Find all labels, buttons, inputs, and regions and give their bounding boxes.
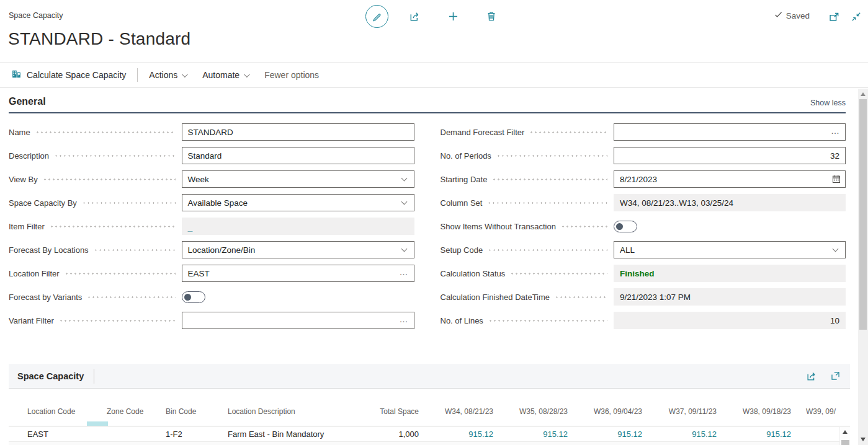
starting-date-input[interactable]: 8/21/2023	[614, 170, 846, 188]
edit-button[interactable]	[365, 5, 388, 28]
space-capacity-by-label: Space Capacity By	[9, 198, 77, 208]
cell-w35-08-28-23[interactable]: 915.12	[502, 426, 576, 441]
view-by-value: Week	[188, 175, 209, 184]
table-row[interactable]: EAST1-F2Farm East - Bin Mandatory1,00091…	[9, 426, 850, 442]
field-row-setup-code: Setup CodeALL	[441, 238, 846, 262]
page-scrollbar[interactable]	[858, 89, 868, 445]
column-header-w37-09-11-23[interactable]: W37, 09/11/23	[651, 389, 725, 426]
field-row-space-capacity-by: Space Capacity ByAvailable Space	[9, 191, 414, 214]
dotted-leader	[59, 320, 176, 322]
no-of-periods-input[interactable]	[614, 147, 846, 164]
save-status: Saved	[774, 10, 810, 21]
toggle-knob	[184, 294, 191, 301]
general-section: General Show less NameDescriptionView By…	[9, 96, 846, 332]
forecast-by-locations-value: Location/Zone/Bin	[188, 245, 256, 255]
item-filter-value[interactable]: _	[188, 222, 193, 232]
view-by-select[interactable]: Week	[182, 170, 414, 188]
dotted-leader	[35, 131, 176, 133]
table-share-button[interactable]	[804, 369, 819, 384]
dotted-leader	[510, 273, 607, 275]
ellipsis-lookup-icon[interactable]: …	[831, 126, 840, 136]
automate-menu[interactable]: Automate	[202, 70, 248, 80]
collapse-icon	[851, 11, 862, 22]
column-header-w35-08-28-23[interactable]: W35, 08/28/23	[502, 389, 576, 426]
show-less-link[interactable]: Show less	[810, 99, 846, 107]
forecast-by-variants-toggle[interactable]	[182, 291, 205, 303]
chevron-down-icon	[401, 175, 407, 181]
cell-location-description: Farm East - Bin Mandatory	[223, 426, 362, 441]
dotted-leader	[94, 249, 176, 251]
ellipsis-lookup-icon[interactable]: …	[400, 314, 409, 324]
cell-location-code: EAST	[9, 426, 102, 441]
scrollbar-up-icon[interactable]	[861, 92, 866, 96]
cell-w38-09-18-23[interactable]: 915.12	[725, 426, 800, 441]
ellipsis-lookup-icon[interactable]: …	[400, 267, 409, 277]
page-title: STANDARD - Standard	[8, 29, 190, 49]
calculate-space-capacity-button[interactable]: Calculate Space Capacity	[11, 69, 126, 81]
column-header-total-space[interactable]: Total Space	[362, 389, 427, 426]
dotted-leader	[555, 296, 607, 298]
scrollbar-up-icon[interactable]	[843, 430, 848, 434]
space-capacity-by-select[interactable]: Available Space	[182, 194, 414, 211]
show-items-without-transaction-toggle[interactable]	[614, 221, 637, 232]
description-input[interactable]	[182, 147, 414, 164]
table-header-row: Location CodeZone CodeBin CodeLocation D…	[9, 389, 850, 426]
share-button[interactable]	[402, 4, 427, 29]
column-header-w34-08-21-23[interactable]: W34, 08/21/23	[427, 389, 502, 426]
toolbar-divider	[137, 68, 138, 82]
actions-menu[interactable]: Actions	[149, 70, 186, 80]
dotted-leader	[54, 155, 175, 157]
calendar-icon[interactable]	[831, 174, 841, 187]
forecast-by-locations-label: Forecast By Locations	[9, 245, 89, 255]
column-header-w39-09[interactable]: W39, 09/	[800, 389, 850, 426]
table-scrollbar[interactable]	[839, 427, 850, 445]
no-of-periods-label: No. of Periods	[441, 151, 491, 161]
column-set-readonly-field: W34, 08/21/23..W13, 03/25/24	[614, 194, 846, 211]
breadcrumb[interactable]: Space Capacity	[9, 11, 63, 20]
column-header-w36-09-04-23[interactable]: W36, 09/04/23	[576, 389, 651, 426]
collapse-button[interactable]	[848, 9, 864, 25]
cell-w36-09-04-23[interactable]: 915.12	[576, 426, 651, 441]
no-of-lines-label: No. of Lines	[441, 316, 483, 325]
dotted-leader	[488, 249, 607, 251]
table-scrollbar-thumb[interactable]	[841, 440, 849, 445]
variant-filter-label: Variant Filter	[9, 316, 54, 325]
fewer-options-button[interactable]: Fewer options	[264, 70, 319, 80]
delete-button[interactable]	[479, 4, 504, 29]
setup-code-select[interactable]: ALL	[614, 241, 846, 258]
column-header-zone-code[interactable]: Zone Code	[102, 389, 161, 426]
field-row-column-set: Column SetW34, 08/21/23..W13, 03/25/24	[441, 191, 846, 214]
page-scrollbar-thumb[interactable]	[859, 99, 867, 330]
name-input[interactable]	[182, 123, 414, 141]
scrollbar-down-icon[interactable]	[861, 438, 866, 441]
column-header-w38-09-18-23[interactable]: W38, 09/18/23	[725, 389, 800, 426]
cell-w34-08-21-23[interactable]: 915.12	[427, 426, 502, 441]
pencil-icon	[372, 11, 382, 22]
location-filter-input[interactable]: EAST	[182, 265, 414, 282]
column-header-location-description[interactable]: Location Description	[223, 389, 362, 426]
new-button[interactable]	[441, 4, 465, 29]
variant-filter-input[interactable]	[182, 312, 414, 329]
card-toolbar	[804, 369, 843, 384]
field-row-variant-filter: Variant Filter…	[9, 309, 414, 332]
table-expand-button[interactable]	[828, 369, 843, 384]
field-row-demand-forecast-filter: Demand Forecast Filter…	[441, 120, 846, 144]
column-header-location-code[interactable]: Location Code	[9, 389, 102, 426]
setup-code-label: Setup Code	[441, 245, 483, 255]
table-title-tab[interactable]: Space Capacity	[17, 371, 84, 381]
dotted-leader	[50, 226, 176, 227]
open-in-new-window-button[interactable]	[826, 9, 842, 25]
share-icon	[806, 371, 817, 382]
column-set-value: W34, 08/21/23..W13, 03/25/24	[620, 198, 733, 208]
forecast-by-locations-select[interactable]: Location/Zone/Bin	[182, 241, 414, 258]
cell-bin-code: 1-F2	[161, 426, 223, 441]
demand-forecast-filter-input[interactable]	[614, 123, 846, 141]
calculate-icon	[11, 69, 22, 81]
cell-w37-09-11-23[interactable]: 915.12	[651, 426, 725, 441]
setup-code-value: ALL	[620, 245, 635, 255]
no-of-lines-value: 10	[830, 316, 839, 325]
column-header-bin-code[interactable]: Bin Code	[161, 389, 223, 426]
calculation-finished-datetime-label: Calculation Finished DateTime	[441, 293, 550, 302]
field-row-no-of-periods: No. of Periods	[441, 144, 846, 167]
chevron-down-icon	[182, 71, 188, 77]
